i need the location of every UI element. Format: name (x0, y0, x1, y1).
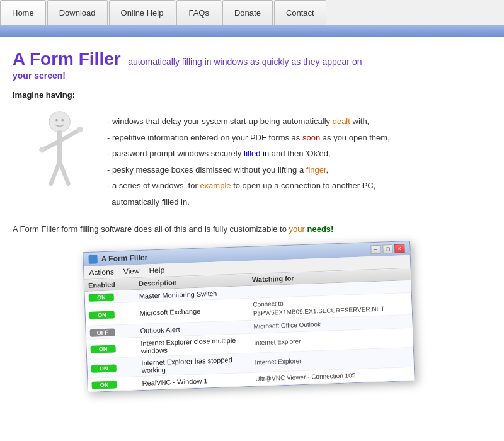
svg-point-4 (77, 127, 83, 132)
bullet-list: - windows that delay your system start-u… (107, 109, 485, 212)
nav-tab-contact[interactable]: Contact (274, 0, 326, 25)
desc-row5: Internet Explorer has stopped working (141, 355, 255, 374)
main-content: A Form Filler automatically filling in w… (0, 37, 504, 399)
menu-help[interactable]: Help (149, 266, 164, 275)
nav-tab-faqs[interactable]: FAQs (176, 0, 221, 25)
imagine-label: Imagine having: (13, 90, 485, 100)
window-title: A Form Filler (101, 253, 147, 264)
toggle-row4[interactable]: ON (90, 345, 115, 353)
navigation: Home Download Online Help FAQs Donate Co… (0, 0, 504, 25)
desc-row3: Outlook Alert (140, 323, 253, 335)
svg-line-7 (60, 162, 69, 184)
app-title-line2: your screen! (13, 71, 485, 81)
imagine-section: - windows that delay your system start-u… (13, 109, 485, 212)
desc-row6: RealVNC - Window 1 (142, 375, 255, 387)
app-window: A Form Filler – ◻ ✕ Actions View Help (83, 241, 415, 392)
col-desc-header: Description (139, 276, 252, 287)
bullet-2: - repetitive information entered on your… (107, 132, 485, 144)
app-title-sub: automatically filling in windows as quic… (128, 57, 362, 67)
svg-point-0 (49, 112, 70, 132)
stick-figure-svg (25, 109, 88, 191)
window-body: Enabled Description Watching for ON Mast… (84, 268, 415, 392)
svg-line-3 (42, 141, 60, 150)
desc-row4: Internet Explorer close multiple windows (140, 336, 255, 355)
screenshot-container: A Form Filler – ◻ ✕ Actions View Help (13, 246, 485, 387)
page-wrapper: Home Download Online Help FAQs Donate Co… (0, 0, 504, 441)
desc-row2: Microsoft Exchange (139, 306, 253, 317)
title-section: A Form Filler automatically filling in w… (13, 49, 485, 81)
svg-point-5 (39, 147, 45, 152)
desc-row1: Master Monitoring Switch (139, 288, 253, 299)
menu-actions[interactable]: Actions (89, 267, 114, 277)
watch-row6: Ultr@VNC Viewer - Connection 105 (255, 369, 410, 384)
nav-tab-home[interactable]: Home (0, 0, 46, 25)
app-title-big: A Form Filler (13, 49, 121, 69)
bullet-5: - a series of windows, for example to op… (107, 180, 485, 192)
close-button[interactable]: ✕ (394, 244, 404, 253)
window-controls: – ◻ ✕ (370, 244, 404, 254)
toggle-row3[interactable]: OFF (90, 328, 115, 336)
watch-row5: Internet Explorer (255, 353, 410, 367)
watch-row1 (253, 287, 408, 292)
blue-accent-bar (0, 25, 504, 37)
toggle-row2[interactable]: ON (89, 311, 115, 319)
minimize-button[interactable]: – (370, 245, 381, 255)
toggle-row1[interactable]: ON (89, 293, 114, 301)
window-app-icon (88, 255, 97, 263)
col-enabled-header: Enabled (88, 280, 139, 289)
toggle-row6[interactable]: ON (91, 381, 117, 389)
watch-row2: Connect to P3PW5EX1MB09.EX1.SECURESERVER… (253, 295, 408, 318)
svg-point-9 (61, 119, 64, 122)
bullet-6: automatically filled in. (107, 196, 485, 209)
restore-button[interactable]: ◻ (382, 244, 392, 254)
menu-view[interactable]: View (123, 266, 139, 276)
bullet-3: - password prompt windows securely fille… (107, 147, 485, 160)
nav-tab-donate[interactable]: Donate (222, 0, 273, 25)
bottom-text: A Form Filler form filling software does… (13, 224, 485, 234)
svg-line-6 (51, 162, 60, 184)
bullet-1: - windows that delay your system start-u… (107, 115, 485, 128)
bullet-4: - pesky message boxes dismissed without … (107, 164, 485, 176)
figure-area (13, 109, 101, 191)
nav-tab-online-help[interactable]: Online Help (109, 0, 176, 25)
svg-point-8 (55, 119, 58, 122)
toggle-row5[interactable]: ON (91, 364, 117, 372)
watch-row4: Internet Explorer (254, 333, 409, 348)
nav-tab-download[interactable]: Download (47, 0, 108, 25)
